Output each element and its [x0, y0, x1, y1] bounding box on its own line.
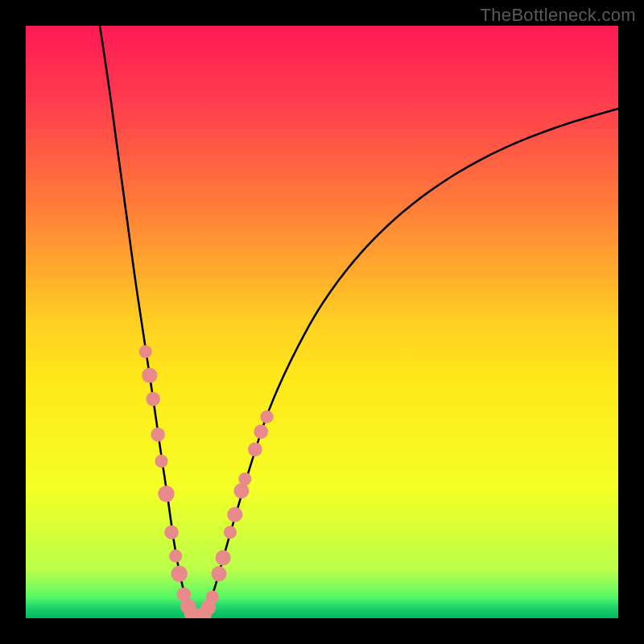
marker-dot [254, 424, 268, 439]
plot-area [26, 26, 618, 618]
marker-dot [139, 345, 152, 358]
marker-dot [260, 411, 273, 423]
chart-svg [26, 26, 618, 618]
marker-dot [216, 550, 231, 565]
marker-dot [248, 442, 262, 456]
chart-frame: TheBottleneck.com [0, 0, 644, 644]
marker-dot [206, 590, 219, 603]
marker-dot [158, 485, 175, 502]
marker-dot [238, 473, 251, 485]
marker-dot [224, 526, 237, 539]
marker-dot [211, 566, 226, 581]
marker-dot [142, 368, 157, 383]
marker-dot [146, 392, 160, 407]
gradient-background [26, 26, 618, 618]
marker-dot [233, 483, 249, 498]
watermark-label: TheBottleneck.com [481, 5, 636, 26]
marker-dot [155, 455, 167, 468]
marker-dot [169, 550, 182, 563]
marker-dot [171, 565, 188, 582]
marker-dot [151, 427, 165, 442]
marker-dot [164, 525, 179, 539]
marker-dot [227, 507, 242, 522]
